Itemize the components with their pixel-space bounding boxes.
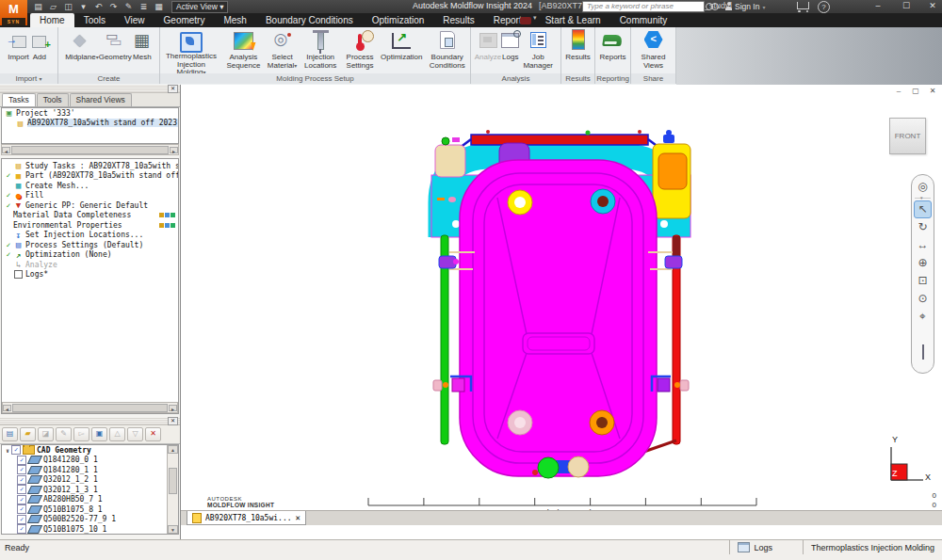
- ribbon-button[interactable]: Geometry: [99, 27, 132, 73]
- study-task-row[interactable]: Material Data Completeness: [2, 211, 178, 221]
- sign-in-button[interactable]: Sign In▾: [725, 1, 765, 12]
- study-task-row[interactable]: Environmental Properties: [2, 220, 178, 231]
- ribbon-tab[interactable]: Home: [30, 13, 74, 27]
- vertical-scrollbar[interactable]: ▲ ▼: [167, 445, 178, 534]
- ribbon-button[interactable]: Process Settings: [341, 27, 379, 73]
- layer-row[interactable]: ✓ Q1841280_0 1: [2, 456, 178, 466]
- save-icon[interactable]: ◫: [62, 2, 74, 11]
- study-task-row[interactable]: ✓ Process Settings (Default): [2, 240, 178, 250]
- ribbon-button[interactable]: Select Material: [265, 27, 300, 73]
- child-minimize-icon[interactable]: –: [893, 87, 904, 95]
- project-node[interactable]: Project '333': [2, 108, 178, 119]
- layer-checkbox[interactable]: ✓: [17, 475, 26, 485]
- layer-checkbox[interactable]: ✓: [17, 495, 26, 504]
- viewport[interactable]: – ▢ ✕ FRONT ◎ ↖ ↻ ↔ ⊕ ⊡ ⊙ ⌖: [181, 85, 942, 525]
- layer-expand-icon[interactable]: △: [109, 427, 125, 441]
- close-icon[interactable]: ✕: [168, 417, 178, 425]
- layers-root-row[interactable]: ∨ ✓ CAD Geometry: [2, 445, 178, 456]
- ribbon-button[interactable]: Import: [8, 27, 29, 73]
- active-view-dropdown[interactable]: Active View ▾: [171, 1, 228, 13]
- window-minimize-button[interactable]: –: [867, 0, 889, 12]
- zoom-window-icon[interactable]: ⊡: [914, 272, 932, 290]
- scroll-right-icon[interactable]: ►: [169, 405, 177, 411]
- pane-tab[interactable]: Tasks: [2, 93, 36, 106]
- save-as-icon[interactable]: ▾: [77, 2, 89, 11]
- layer-checkbox[interactable]: ✓: [17, 515, 26, 524]
- ribbon-button[interactable]: Injection Locations: [300, 27, 341, 73]
- redo-icon[interactable]: ↷: [107, 2, 120, 11]
- child-close-icon[interactable]: ✕: [927, 87, 938, 95]
- viewcube-front[interactable]: FRONT: [889, 118, 926, 154]
- layer-row[interactable]: ✓ Q32012_1_3 1: [2, 485, 178, 495]
- ribbon-tab[interactable]: Optimization: [363, 13, 434, 27]
- ribbon-tab[interactable]: View: [115, 13, 154, 27]
- layer-row[interactable]: ✓ Q510B1075_10 1: [2, 524, 178, 535]
- study-task-row[interactable]: ✓ Optimization (None): [2, 250, 178, 261]
- close-icon[interactable]: ✕: [296, 513, 300, 522]
- scroll-left-icon[interactable]: ◄: [2, 147, 10, 153]
- ribbon-tab[interactable]: Tools: [74, 13, 115, 27]
- ribbon-tab[interactable]: Community: [610, 13, 677, 27]
- orbit-icon[interactable]: ↻: [914, 218, 932, 236]
- study-task-row[interactable]: Logs*: [2, 270, 178, 280]
- study-task-row[interactable]: ✓ Generic PP: Generic Default: [2, 200, 178, 211]
- scroll-right-icon[interactable]: ►: [170, 147, 178, 153]
- ribbon-button[interactable]: Results: [565, 27, 591, 73]
- ribbon-button[interactable]: Boundary Conditions: [424, 27, 470, 73]
- ribbon-button[interactable]: Job Manager: [519, 27, 557, 73]
- pan-icon[interactable]: ↔: [914, 236, 932, 254]
- measure-icon[interactable]: ✎: [122, 2, 135, 11]
- scroll-up-icon[interactable]: ▲: [168, 445, 178, 454]
- zoom-icon[interactable]: ⊕: [914, 254, 932, 272]
- pane-splitter[interactable]: ✕: [0, 417, 180, 425]
- search-icon[interactable]: [706, 2, 719, 11]
- close-icon[interactable]: ✕: [168, 85, 178, 93]
- viewcube-home-icon[interactable]: [914, 344, 932, 361]
- child-restore-icon[interactable]: ▢: [910, 87, 921, 95]
- ribbon-tab[interactable]: Boundary Conditions: [256, 13, 363, 27]
- layer-checkbox[interactable]: ✓: [17, 485, 26, 494]
- app-logo[interactable]: MSYN: [0, 0, 27, 25]
- window-close-button[interactable]: ✕: [921, 0, 942, 12]
- layer-checkbox[interactable]: ✓: [11, 445, 21, 455]
- layer-display-icon[interactable]: ▣: [91, 427, 107, 441]
- study-task-row[interactable]: Create Mesh...: [2, 181, 178, 191]
- document-tab[interactable]: AB920XT78_10a5wi... ✕: [187, 511, 306, 525]
- horizontal-scrollbar[interactable]: ◄►: [2, 402, 178, 413]
- layer-collapse-icon[interactable]: ▽: [127, 427, 143, 441]
- study-task-row[interactable]: Study Tasks : AB920XT78_10a5with stand o…: [2, 161, 178, 171]
- help-icon[interactable]: ?: [818, 1, 830, 13]
- scroll-down-icon[interactable]: ▼: [168, 525, 178, 534]
- ribbon-tab[interactable]: Start & Learn: [536, 13, 610, 27]
- zoom-selected-icon[interactable]: ⊙: [914, 290, 932, 308]
- layer-row[interactable]: ✓ Q510B1075_8 1: [2, 504, 178, 515]
- model-canvas[interactable]: [181, 85, 942, 525]
- ribbon-button[interactable]: Add: [29, 27, 50, 73]
- ribbon-button[interactable]: Midplane: [65, 27, 98, 73]
- undo-icon[interactable]: ↶: [92, 2, 105, 11]
- layer-row[interactable]: ✓ Q1841280_1 1: [2, 465, 178, 475]
- ribbon-button[interactable]: Reports: [599, 27, 625, 73]
- scroll-left-icon[interactable]: ◄: [3, 405, 11, 411]
- steering-wheel-icon[interactable]: ◎: [914, 178, 932, 196]
- ribbon-tab[interactable]: Geometry: [154, 13, 215, 27]
- layer-checkbox[interactable]: ✓: [17, 504, 26, 514]
- search-input[interactable]: Type a keyword or phrase: [582, 1, 705, 12]
- study-task-row[interactable]: ✓ Part (AB920XT78_10a5with stand off 202…: [2, 171, 178, 182]
- layer-rename-icon[interactable]: ✎: [56, 427, 72, 441]
- ribbon-button[interactable]: Logs: [501, 27, 519, 73]
- cart-icon[interactable]: [797, 2, 809, 9]
- layer-checkbox[interactable]: ✓: [17, 465, 26, 474]
- layer-assign-icon[interactable]: ◪: [38, 427, 54, 441]
- study-task-row[interactable]: Analyze: [2, 260, 178, 270]
- ribbon-tab[interactable]: Mesh: [214, 13, 255, 27]
- layer-row[interactable]: ✓ Q500B2520-77_9 1: [2, 515, 178, 525]
- layer-checkbox[interactable]: ✓: [17, 524, 26, 534]
- ribbon-button[interactable]: Analyze: [475, 27, 501, 73]
- ribbon-button[interactable]: Thermoplastics Injection Molding: [160, 27, 222, 73]
- open-icon[interactable]: ▱: [47, 2, 59, 11]
- ribbon-button[interactable]: Analysis Sequence: [222, 27, 265, 73]
- select-cursor-icon[interactable]: ↖: [914, 200, 932, 218]
- study-task-row[interactable]: ✓ Fill: [2, 191, 178, 201]
- layer-checkbox[interactable]: ✓: [17, 456, 26, 465]
